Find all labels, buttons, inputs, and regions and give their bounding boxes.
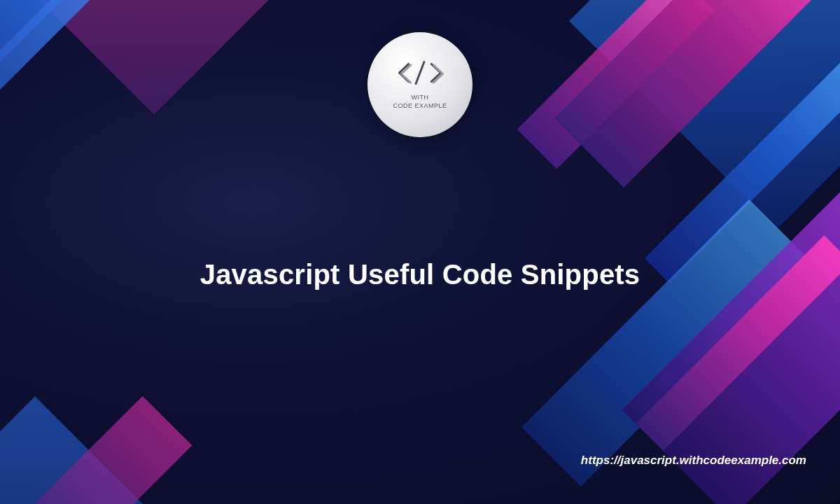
source-url: https://javascript.withcodeexample.com xyxy=(581,454,806,468)
logo-text-line1: WITH xyxy=(412,94,429,101)
code-slash-icon xyxy=(394,59,446,90)
logo-badge: WITH CODE EXAMPLE xyxy=(368,32,472,137)
svg-line-0 xyxy=(416,62,424,84)
logo-text-line2: CODE EXAMPLE xyxy=(393,102,447,109)
page-title: Javascript Useful Code Snippets xyxy=(0,259,840,290)
logo-text: WITH CODE EXAMPLE xyxy=(393,94,447,110)
